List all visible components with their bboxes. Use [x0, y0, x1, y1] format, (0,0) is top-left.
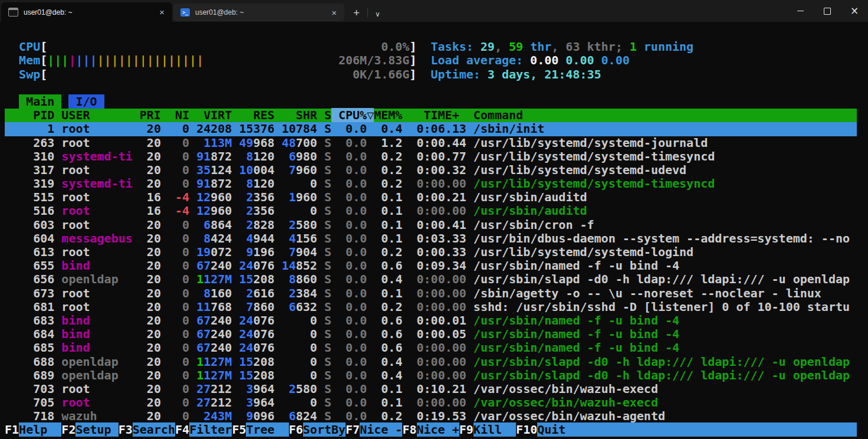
column-header-user[interactable]: USER: [54, 108, 132, 122]
tab-dropdown-button[interactable]: ∨: [368, 10, 389, 22]
pid-cell: 689: [5, 368, 54, 382]
shr-cell: 0: [282, 204, 317, 218]
shr-cell: 1960: [282, 190, 317, 204]
tab-terminal-1[interactable]: user01@deb: ~ ×: [1, 2, 172, 22]
state-cell: S: [324, 409, 331, 423]
column-header-cpu[interactable]: CPU%▽: [331, 108, 374, 122]
fnkey-F4[interactable]: F4Filter: [175, 422, 232, 437]
column-header-res[interactable]: RES: [232, 108, 274, 122]
table-header: PID USER PRI NI VIRT RES SHR S CPU%▽MEM%…: [5, 109, 857, 122]
nice-cell: 0: [168, 327, 189, 341]
user-cell: openldap: [61, 355, 132, 369]
new-tab-button[interactable]: +: [344, 6, 367, 22]
virt-cell: 8160: [196, 286, 232, 300]
process-row-604[interactable]: 604 messagebus 20 0 8424 4944 4156 S 0.0…: [5, 232, 857, 245]
priority-cell: 20: [140, 136, 161, 150]
fnkey-label: F7: [346, 422, 360, 437]
process-row-683[interactable]: 683 bind 20 0 67240 24076 0 S 0.0 0.6 0:…: [5, 314, 857, 327]
process-row-263[interactable]: 263 root 20 0 113M 49968 48700 S 0.0 1.2…: [5, 136, 857, 150]
column-header-state[interactable]: S: [317, 108, 331, 122]
res-cell: 24076: [239, 327, 274, 341]
tab-terminal-2[interactable]: >_ user01@deb: ~ ×: [173, 4, 344, 21]
process-row-310[interactable]: 310 systemd-ti 20 0 91872 8120 6980 S 0.…: [5, 150, 857, 163]
close-icon[interactable]: ×: [327, 7, 341, 18]
maximize-button[interactable]: [814, 0, 841, 22]
column-header-time[interactable]: TIME+: [402, 108, 466, 122]
fnkey-F3[interactable]: F3Search: [119, 422, 175, 437]
process-row-684[interactable]: 684 bind 20 0 67240 24076 0 S 0.0 0.6 0:…: [5, 327, 857, 341]
process-row-317[interactable]: 317 root 20 0 35124 10004 7960 S 0.0 0.2…: [5, 163, 857, 177]
fnkey-F6[interactable]: F6SortBy: [289, 422, 346, 437]
minimize-button[interactable]: [787, 0, 814, 22]
user-cell: root: [61, 218, 132, 232]
shr-cell: 10784: [282, 122, 317, 136]
user-cell: bind: [61, 340, 132, 355]
fnkey-F1[interactable]: F1Help: [5, 422, 61, 437]
process-row-681[interactable]: 681 root 20 0 11768 7860 6632 S 0.0 0.2 …: [5, 300, 857, 314]
column-header-ni[interactable]: NI: [161, 108, 189, 122]
pid-cell: 613: [5, 245, 54, 259]
fnkey-F8[interactable]: F8Nice +: [402, 422, 459, 437]
shr-cell: 7904: [282, 245, 317, 259]
column-header-pri[interactable]: PRI: [133, 108, 161, 122]
meter-bars: |: [68, 53, 75, 67]
close-icon[interactable]: ×: [155, 6, 169, 18]
process-row-603[interactable]: 603 root 20 0 6864 2828 2580 S 0.0 0.1 0…: [5, 218, 857, 232]
powershell-icon: >_: [180, 8, 190, 17]
virt-cell: 1127M: [196, 368, 232, 382]
command-cell: /usr/lib/systemd/systemd-udevd: [474, 163, 686, 177]
process-row-613[interactable]: 613 root 20 0 19072 9196 7904 S 0.0 0.2 …: [5, 245, 857, 259]
screen-tab-main[interactable]: Main: [19, 94, 61, 109]
nice-cell: 0: [168, 258, 189, 273]
screen-tab-io[interactable]: I/O: [68, 94, 104, 109]
column-header-shr[interactable]: SHR: [275, 108, 317, 122]
process-row-688[interactable]: 688 openldap 20 0 1127M 15208 0 S 0.0 0.…: [5, 355, 857, 369]
process-row-705[interactable]: 705 root 20 0 27212 3964 0 S 0.0 0.1 0:0…: [5, 396, 857, 409]
tab-title: user01@deb: ~: [195, 8, 327, 17]
process-row-673[interactable]: 673 root 20 0 8160 2616 2384 S 0.0 0.1 0…: [5, 287, 857, 300]
res-cell: 4944: [239, 231, 274, 245]
fnkey-F2[interactable]: F2Setup: [61, 422, 118, 437]
virt-cell: 24208: [196, 122, 232, 136]
process-row-718[interactable]: 718 wazuh 20 0 243M 9096 6824 S 0.0 0.2 …: [5, 409, 857, 423]
process-row-703[interactable]: 703 root 20 0 27212 3964 2580 S 0.0 0.1 …: [5, 382, 857, 396]
virt-cell: 67240: [196, 327, 232, 341]
cpu-cell: 0.0: [338, 190, 367, 204]
process-row-319[interactable]: 319 systemd-ti 20 0 91872 8120 0 S 0.0 0…: [5, 177, 857, 191]
fnkey-F9[interactable]: F9Kill: [459, 422, 516, 437]
cpu-cell: 0.0: [338, 313, 367, 327]
time-cell: 0:00.41: [409, 218, 466, 232]
fnkey-F7[interactable]: F7Nice -: [346, 422, 402, 437]
mem-cell: 1.2: [374, 136, 402, 150]
process-row-689[interactable]: 689 openldap 20 0 1127M 15208 0 S 0.0 0.…: [5, 369, 857, 382]
cpu-cell: 0.0: [338, 176, 367, 191]
column-header-virt[interactable]: VIRT: [189, 108, 232, 122]
column-header-cmd[interactable]: Command: [466, 108, 523, 122]
process-row-685[interactable]: 685 bind 20 0 67240 24076 0 S 0.0 0.6 0:…: [5, 341, 857, 355]
mem-cell: 0.2: [374, 176, 402, 191]
time-cell: 0:03.33: [409, 231, 466, 245]
process-row-515[interactable]: 515 root 16 -4 12960 2356 1960 S 0.0 0.1…: [5, 191, 857, 204]
process-row-1[interactable]: 1 root 20 0 24208 15376 10784 S 0.0 0.4 …: [5, 122, 857, 136]
terminal-viewport[interactable]: CPU[ 0.0%] Tasks: 29, 59 thr, 63 kthr; 1…: [0, 22, 868, 439]
fnkey-F5[interactable]: F5Tree: [232, 422, 288, 437]
cpu-cell: 0.0: [338, 231, 367, 245]
res-cell: 2616: [239, 286, 274, 300]
column-header-mem[interactable]: MEM%: [374, 108, 402, 122]
res-cell: 2356: [239, 190, 274, 204]
stat-tasks: running: [637, 40, 693, 54]
shr-cell: 14852: [282, 258, 317, 273]
close-button[interactable]: ×: [841, 0, 868, 22]
command-cell: /usr/lib/systemd/systemd-timesyncd: [474, 149, 715, 163]
meter-value: 0K/1.66G: [353, 67, 409, 81]
state-cell: S: [324, 327, 331, 341]
process-row-656[interactable]: 656 openldap 20 0 1127M 15208 8860 S 0.0…: [5, 273, 857, 286]
pid-cell: 603: [5, 218, 54, 232]
state-cell: S: [324, 368, 331, 382]
column-header-pid[interactable]: PID: [5, 108, 54, 122]
pid-cell: 317: [5, 163, 54, 177]
process-row-516[interactable]: 516 root 16 -4 12960 2356 0 S 0.0 0.1 0:…: [5, 204, 857, 218]
fnkey-F10[interactable]: F10Quit: [516, 422, 580, 437]
nice-cell: 0: [168, 272, 189, 286]
process-row-655[interactable]: 655 bind 20 0 67240 24076 14852 S 0.0 0.…: [5, 259, 857, 273]
